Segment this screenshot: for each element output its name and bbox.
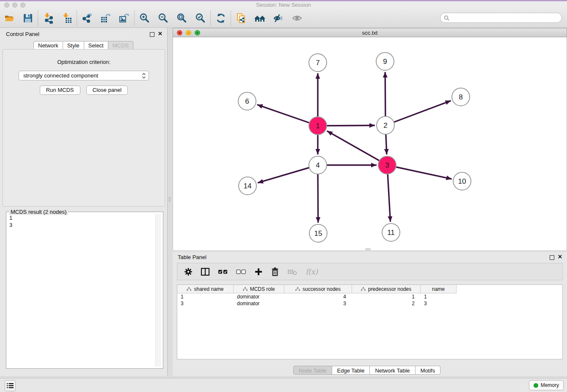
column-header-name[interactable]: name	[421, 285, 457, 293]
edge-3-1[interactable]	[327, 131, 387, 165]
close-panel-button[interactable]: Close panel	[86, 86, 128, 95]
float-panel-icon[interactable]	[150, 32, 154, 37]
memory-button[interactable]: Memory	[529, 380, 564, 390]
network-scrollbar-nub[interactable]	[365, 248, 371, 250]
float-table-panel-icon[interactable]	[550, 255, 554, 260]
tab-network-table[interactable]: Network Table	[370, 366, 415, 375]
column-header-predecessor-nodes[interactable]: predecessor nodes	[352, 285, 421, 293]
column-header-shared-name[interactable]: shared name	[177, 285, 234, 293]
table-toolbar: f(x)	[177, 263, 563, 280]
import-table-button[interactable]	[58, 10, 76, 27]
node-label: 15	[314, 229, 322, 237]
search-icon	[444, 15, 449, 21]
table-row[interactable]: 1dominator411	[177, 293, 562, 300]
node-label: 7	[316, 59, 319, 67]
export-image-icon	[119, 13, 130, 24]
table-cell[interactable]: dominator	[234, 300, 284, 307]
edge-1-6[interactable]	[257, 105, 318, 126]
result-line: 1	[9, 214, 160, 221]
open-folder-icon	[4, 13, 15, 24]
save-session-button[interactable]	[19, 10, 37, 27]
open-session-button[interactable]	[0, 10, 19, 27]
table-cell[interactable]: 3	[177, 300, 234, 307]
network-window-titlebar[interactable]: ✕ − + scc.txt	[173, 28, 567, 37]
table-cell[interactable]: 1	[177, 293, 234, 300]
trash-icon[interactable]	[271, 267, 279, 276]
optimization-criterion-label: Optimization criterion:	[3, 59, 165, 65]
column-header-MCDS-role[interactable]: MCDS role	[234, 285, 284, 293]
network-canvas[interactable]: 1234678910111415	[173, 37, 567, 250]
network-graph[interactable]: 1234678910111415	[173, 37, 567, 250]
search-field[interactable]	[440, 13, 562, 23]
table-body: 1dominator4113dominator323	[177, 293, 562, 307]
export-network-icon	[82, 13, 93, 24]
refresh-icon	[215, 13, 226, 24]
duplicate-network-button[interactable]	[232, 10, 250, 27]
table-cell[interactable]: 2	[352, 300, 421, 307]
hide-selected-button[interactable]	[269, 10, 288, 27]
column-label: name	[432, 286, 445, 292]
node-label: 3	[385, 161, 389, 169]
export-table-icon	[100, 13, 111, 24]
search-input[interactable]	[451, 14, 561, 22]
result-line: 3	[9, 221, 160, 229]
tab-motifs[interactable]: Motifs	[416, 366, 441, 375]
import-network-icon	[43, 13, 54, 24]
tab-select[interactable]: Select	[84, 41, 108, 50]
table-cell[interactable]: 3	[284, 300, 352, 307]
column-sort-icon	[243, 287, 248, 291]
import-network-button[interactable]	[39, 10, 58, 27]
show-all-button[interactable]	[288, 10, 306, 27]
edge-3-10[interactable]	[387, 165, 452, 179]
table-cell[interactable]: 4	[284, 293, 352, 300]
window-titlebar: Session: New Session	[0, 1, 567, 9]
add-column-icon[interactable]	[254, 268, 263, 276]
table-cell[interactable]: dominator	[234, 293, 284, 300]
application-window: Session: New Session	[0, 0, 567, 392]
first-neighbors-button[interactable]	[250, 10, 269, 27]
toolbar-separator	[134, 11, 135, 26]
delete-table-icon[interactable]	[287, 268, 297, 276]
zoom-in-button[interactable]	[135, 10, 154, 27]
network-window-title: scc.txt	[173, 30, 567, 36]
edge-4-14[interactable]	[258, 165, 318, 183]
table-cell[interactable]: 3	[421, 300, 457, 307]
table-cell[interactable]: 1	[421, 293, 457, 300]
show-task-history-button[interactable]	[5, 380, 16, 391]
export-table-button[interactable]	[96, 10, 115, 27]
close-panel-icon[interactable]: ✕	[158, 30, 162, 37]
tab-edge-table[interactable]: Edge Table	[332, 366, 370, 375]
apply-layout-button[interactable]	[212, 10, 230, 27]
zoom-out-button[interactable]	[154, 10, 173, 27]
zoom-fit-button[interactable]	[173, 10, 191, 27]
criterion-value: strongly connected component	[23, 72, 98, 79]
select-all-icon[interactable]	[218, 269, 228, 275]
panes-icon[interactable]	[201, 268, 210, 276]
close-table-panel-icon[interactable]: ✕	[558, 254, 562, 260]
mcds-panel: Optimization criterion: strongly connect…	[3, 49, 165, 207]
split-pane-handle[interactable]	[168, 197, 171, 202]
edge-2-8[interactable]	[385, 101, 451, 125]
column-header-successor-nodes[interactable]: successor nodes	[284, 285, 352, 293]
export-image-button[interactable]	[115, 10, 134, 27]
mcds-result-scrollbar[interactable]	[155, 214, 161, 367]
tab-node-table[interactable]: Node Table	[293, 366, 332, 375]
zoom-selected-button[interactable]	[191, 10, 210, 27]
tab-network[interactable]: Network	[33, 41, 63, 50]
criterion-select[interactable]: strongly connected component	[19, 71, 149, 80]
zoom-in-icon	[139, 13, 150, 24]
gear-icon[interactable]	[184, 268, 193, 276]
run-mcds-button[interactable]: Run MCDS	[40, 86, 80, 95]
unselect-all-icon[interactable]	[236, 269, 246, 275]
function-builder-icon[interactable]: f(x)	[306, 268, 318, 276]
tab-mcds[interactable]: MCDS	[108, 41, 133, 50]
eye-icon	[292, 13, 303, 24]
table-header-row: shared nameMCDS rolesuccessor nodesprede…	[177, 285, 562, 293]
list-icon	[7, 383, 14, 389]
table-row[interactable]: 3dominator323	[177, 300, 562, 307]
two-houses-icon	[254, 13, 266, 24]
table-cell[interactable]: 1	[352, 293, 421, 300]
tab-style[interactable]: Style	[63, 41, 84, 50]
header-filler	[457, 285, 562, 293]
export-network-button[interactable]	[78, 10, 96, 27]
